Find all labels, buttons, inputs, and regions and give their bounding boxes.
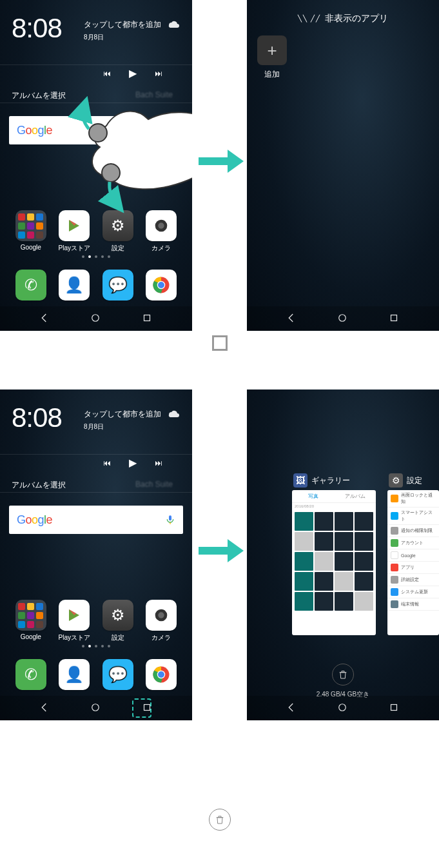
google-search-bar[interactable]: Google [9,116,115,144]
nav-home-button[interactable] [90,702,102,715]
google-logo: Google [17,513,52,527]
weather-widget[interactable]: タップして都市を追加 8月8日 [84,19,161,42]
gallery-tab-albums: アルバム [334,490,376,502]
blurred-track-name: Bach Suite [135,90,173,99]
app-camera[interactable]: カメラ [142,600,180,642]
settings-row: 画面ロックと通知 [401,492,436,505]
settings-row: 通知の権限制限 [401,528,433,534]
date-label: 8月8日 [84,33,161,42]
nav-recent-button[interactable] [388,702,401,715]
weather-hint: タップして都市を追加 [84,19,161,30]
weather-widget[interactable]: タップして都市を追加 8月8日 [84,409,161,431]
folder-icon [15,600,46,631]
nav-back-button[interactable] [286,312,298,325]
clear-all-button[interactable] [332,664,354,686]
play-icon[interactable]: ▶ [129,67,137,79]
app-google-folder[interactable]: Google [12,210,50,253]
recent-cards-row[interactable]: 🖼 ギャラリー 写真アルバム 2016/08/20 [292,473,439,641]
nav-recent-button[interactable] [141,312,154,325]
page-indicator [82,255,110,258]
nav-back-button[interactable] [39,702,52,715]
nav-recent-button[interactable] [388,312,401,325]
recent-card-gallery[interactable]: 🖼 ギャラリー 写真アルバム 2016/08/20 [292,473,376,641]
svg-point-22 [339,704,346,711]
dock-messages[interactable]: 💬 [99,270,137,301]
dock-chrome[interactable] [142,659,180,690]
phone-icon: ✆ [15,270,46,301]
app-label: Playストア [59,633,90,642]
app-label: カメラ [151,633,171,642]
dock-contacts[interactable]: 👤 [55,270,93,301]
gallery-thumbnails [292,509,376,613]
flow-arrow-icon [199,150,244,173]
dock-messages[interactable]: 💬 [99,659,137,690]
weather-hint: タップして都市を追加 [84,409,161,420]
dock-contacts[interactable]: 👤 [55,659,93,690]
dock-phone[interactable]: ✆ [12,659,50,690]
prev-track-icon[interactable]: ⏮ [103,459,111,468]
app-camera[interactable]: カメラ [142,210,180,253]
settings-row: アカウント [401,540,424,546]
next-track-icon[interactable]: ⏭ [155,69,162,78]
nav-back-button[interactable] [286,702,298,715]
settings-row: アプリ [401,564,415,571]
add-hidden-app[interactable]: + 追加 [257,35,287,80]
app-settings[interactable]: ⚙ 設定 [99,600,137,642]
app-label: 設定 [112,244,124,253]
trash-icon [338,669,348,680]
nav-home-button[interactable] [90,312,102,325]
settings-row: スマートアシスト [401,509,436,522]
app-label: Google [21,244,41,251]
svg-rect-23 [391,705,396,711]
chrome-icon [146,659,177,690]
google-logo: Google [17,124,52,137]
dock-row: ✆ 👤 💬 [9,659,183,690]
svg-rect-12 [169,515,171,520]
settings-icon: ⚙ [389,473,403,488]
app-playstore[interactable]: Playストア [55,210,93,253]
settings-row: Google [401,553,416,558]
phone-recent-apps-screen: 🖼 ギャラリー 写真アルバム 2016/08/20 [247,390,439,720]
nav-home-button[interactable] [337,702,349,715]
diagram-hidden-apps: 8:08 タップして都市を追加 8月8日 ⏮ ▶ ⏭ アルバムを選択 Bach … [0,0,439,335]
phone-icon: ✆ [15,659,46,690]
clock-widget[interactable]: 8:08 [12,402,62,433]
clock-widget[interactable]: 8:08 [12,13,62,44]
flow-arrow-icon [199,539,244,562]
plus-icon: + [257,35,287,65]
weather-icon [165,15,180,31]
svg-point-5 [158,282,164,288]
settings-row: 詳細設定 [401,577,419,583]
album-select-label[interactable]: アルバムを選択 [12,90,66,101]
folder-icon [15,210,46,241]
svg-point-15 [159,612,164,618]
date-label: 8月8日 [84,422,161,431]
phone-home-screen: 8:08 タップして都市を追加 8月8日 ⏮ ▶ ⏭ アルバムを選択 Bach … [0,0,192,331]
prev-track-icon[interactable]: ⏮ [103,69,111,78]
play-icon[interactable]: ▶ [129,457,137,469]
svg-point-10 [339,315,346,322]
dock-row: ✆ 👤 💬 [9,270,183,301]
app-google-folder[interactable]: Google [12,600,50,642]
next-track-icon[interactable]: ⏭ [155,459,162,468]
nav-back-button[interactable] [39,312,52,325]
settings-icon: ⚙ [102,210,133,241]
dock-chrome[interactable] [142,270,180,301]
google-search-bar[interactable]: Google [9,506,183,534]
gallery-date: 2016/08/20 [292,503,376,509]
album-select-label[interactable]: アルバムを選択 [12,480,66,491]
recent-button-symbol [212,335,228,351]
nav-home-button[interactable] [337,312,349,325]
app-row: Google Playストア ⚙ 設定 カメラ [9,600,183,642]
recent-card-settings[interactable]: ⚙ 設定 画面ロックと通知 スマートアシスト 通知の権限制限 アカウント Goo… [387,473,439,641]
mic-icon[interactable] [165,513,175,527]
app-playstore[interactable]: Playストア [55,600,93,642]
contacts-icon: 👤 [59,659,90,690]
app-settings[interactable]: ⚙ 設定 [99,210,137,253]
svg-point-20 [92,704,99,711]
nav-recent-button[interactable] [141,702,154,715]
music-controls: ⏮ ▶ ⏭ [103,457,162,469]
nav-bar [247,696,439,720]
dock-phone[interactable]: ✆ [12,270,50,301]
messages-icon: 💬 [102,270,133,301]
